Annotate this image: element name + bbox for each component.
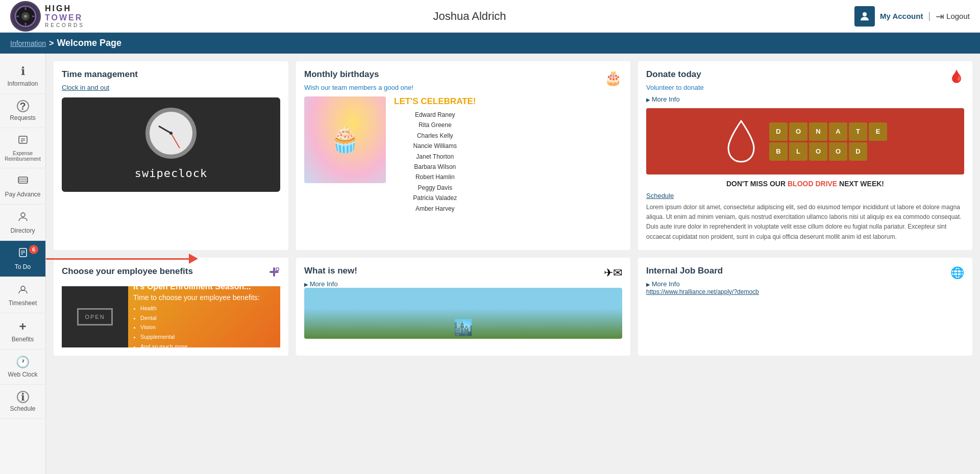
logo-line2: TOWER	[45, 13, 85, 22]
user-avatar	[854, 6, 875, 27]
logo-line3: RECORDS	[45, 22, 85, 28]
benefits-list-item: Dental	[140, 313, 275, 323]
swipeclock-logo: swipeclock	[131, 165, 211, 182]
sidebar-item-label: ExpenseReimbursement	[5, 151, 41, 162]
birthday-name: Barbara Wilson	[394, 162, 476, 172]
benefits-header: Choose your employee benefits	[62, 266, 280, 281]
logout-label: Logout	[946, 12, 970, 20]
logo-line1: HIGH	[45, 4, 85, 13]
logo-text: HIGH TOWER RECORDS	[45, 4, 85, 28]
globe-icon: 🌐	[950, 266, 964, 280]
birthday-body: 🧁 LET'S CELEBRATE! Edward Raney Rita Gre…	[304, 96, 622, 214]
benefits-time-text: Time to choose your employee benefits:	[133, 293, 275, 302]
svg-point-7	[863, 12, 867, 16]
birthday-subtitle: Wish our team members a good one!	[304, 84, 413, 91]
main-layout: ℹ Information ? Requests ExpenseReimburs…	[0, 54, 980, 474]
directory-icon	[17, 211, 29, 225]
birthday-title: Monthly birthdays	[304, 69, 413, 80]
birthday-img-inner: 🧁	[304, 96, 386, 183]
open-sign-label: OPEN	[77, 308, 112, 326]
celebrate-text: LET'S CELEBRATE!	[394, 96, 476, 107]
svg-point-2	[24, 15, 27, 18]
job-board-more-info-link[interactable]: More Info	[646, 280, 680, 288]
donate-header: Donate today Volunteer to donate 🩸	[646, 69, 964, 95]
card-row-2: Choose your employee benefits OPEN	[54, 258, 972, 356]
content-area: Time management Clock in and out swipecl…	[46, 54, 980, 474]
swipeclock-container: swipeclock	[62, 97, 280, 192]
birthday-name: Janet Thorton	[394, 152, 476, 162]
sidebar-item-todo[interactable]: 6 To Do	[0, 241, 45, 277]
whats-new-img-inner: 🏙️	[304, 288, 622, 339]
benefits-icon: +	[19, 319, 26, 334]
time-management-title: Time management	[62, 69, 280, 80]
donate-tiles: D O N A T E B L O O	[769, 122, 887, 161]
webclock-icon: 🕐	[16, 356, 30, 369]
birthday-name: Patricia Valadez	[394, 193, 476, 203]
expense-icon	[17, 134, 29, 148]
monthly-birthdays-card: Monthly birthdays Wish our team members …	[296, 61, 630, 250]
street-scene: 🏙️	[454, 318, 473, 339]
donate-card: Donate today Volunteer to donate 🩸 More …	[638, 61, 972, 250]
requests-icon: ?	[17, 100, 29, 112]
sidebar-item-label: Benefits	[12, 336, 34, 343]
sidebar-item-label: Web Clock	[8, 371, 38, 378]
sidebar-item-expense[interactable]: ExpenseReimbursement	[0, 128, 45, 168]
sidebar-item-pay-advance[interactable]: Pay Advance	[0, 168, 45, 205]
birthday-name: Rita Greene	[394, 120, 476, 130]
breadcrumb-separator: >	[49, 39, 54, 48]
benefits-list-item: And so much more	[140, 342, 275, 352]
user-controls: My Account | ⇥ Logout	[854, 6, 970, 27]
svg-rect-12	[18, 177, 28, 183]
benefits-list-item: Supplemental	[140, 332, 275, 342]
birthday-name: Robert Hamlin	[394, 172, 476, 182]
donate-more-info-link[interactable]: More Info	[646, 95, 680, 103]
benefits-season-title: It's Open Enrollment Season...	[133, 282, 275, 291]
todo-icon	[17, 247, 29, 261]
breadcrumb-current: Welcome Page	[57, 38, 121, 48]
sidebar-item-webclock[interactable]: 🕐 Web Clock	[0, 350, 45, 385]
clock-in-out-link[interactable]: Clock in and out	[62, 84, 109, 91]
donate-blood-image: D O N A T E B L O O	[646, 108, 964, 174]
timesheet-icon	[17, 283, 29, 297]
job-board-header: Internal Job Board 🌐	[646, 266, 964, 280]
birthday-name: Peggy Davis	[394, 183, 476, 193]
clock-face	[145, 108, 197, 159]
whats-new-more-info-link[interactable]: More Info	[304, 280, 338, 288]
sidebar-item-information[interactable]: ℹ Information	[0, 59, 45, 94]
sidebar: ℹ Information ? Requests ExpenseReimburs…	[0, 54, 46, 474]
donate-subtitle[interactable]: Volunteer to donate	[646, 84, 704, 91]
svg-rect-22	[270, 271, 279, 273]
sidebar-item-label: Pay Advance	[5, 191, 40, 198]
benefits-plus-icon	[268, 266, 280, 281]
donate-cta: DON'T MISS OUR BLOOD DRIVE NEXT WEEK!	[646, 180, 964, 188]
birthday-name: Edward Raney	[394, 110, 476, 120]
job-board-card: Internal Job Board 🌐 More Info https://w…	[638, 258, 972, 356]
breadcrumb-info-link[interactable]: Information	[10, 39, 46, 47]
breadcrumb: Information > Welcome Page	[0, 33, 980, 54]
sidebar-item-requests[interactable]: ? Requests	[0, 94, 45, 128]
donate-schedule-link[interactable]: Schedule	[646, 192, 964, 199]
benefits-list-item: Vision	[140, 322, 275, 332]
header: HIGH TOWER RECORDS Joshua Aldrich My Acc…	[0, 0, 980, 33]
whats-new-image: 🏙️	[304, 288, 622, 339]
logout-button[interactable]: ⇥ Logout	[936, 10, 970, 22]
sidebar-item-benefits[interactable]: + Benefits	[0, 313, 45, 350]
benefits-list-item: Health	[140, 304, 275, 313]
job-board-title: Internal Job Board	[646, 266, 723, 276]
sidebar-item-schedule[interactable]: ℹ Schedule	[0, 385, 45, 419]
job-board-link[interactable]: https://www.hralliance.net/apply/?democb	[646, 288, 759, 295]
sidebar-item-label: Information	[7, 80, 38, 87]
todo-badge: 6	[29, 245, 38, 254]
benefits-image: OPEN It's Open Enrollment Season... Time…	[62, 286, 280, 347]
cake-icon: 🎂	[604, 69, 622, 86]
page-title: Joshua Aldrich	[433, 10, 506, 23]
sidebar-item-directory[interactable]: Directory	[0, 205, 45, 241]
sidebar-item-timesheet[interactable]: Timesheet	[0, 277, 45, 313]
information-icon: ℹ	[21, 65, 25, 78]
sidebar-item-label: Schedule	[10, 405, 35, 412]
benefits-content-panel: It's Open Enrollment Season... Time to c…	[128, 286, 280, 347]
benefits-list: Health Dental Vision Supplemental And so…	[133, 304, 275, 351]
logo: HIGH TOWER RECORDS	[10, 1, 85, 32]
new-icon: ✈✉	[604, 266, 622, 280]
my-account-link[interactable]: My Account	[880, 12, 923, 20]
